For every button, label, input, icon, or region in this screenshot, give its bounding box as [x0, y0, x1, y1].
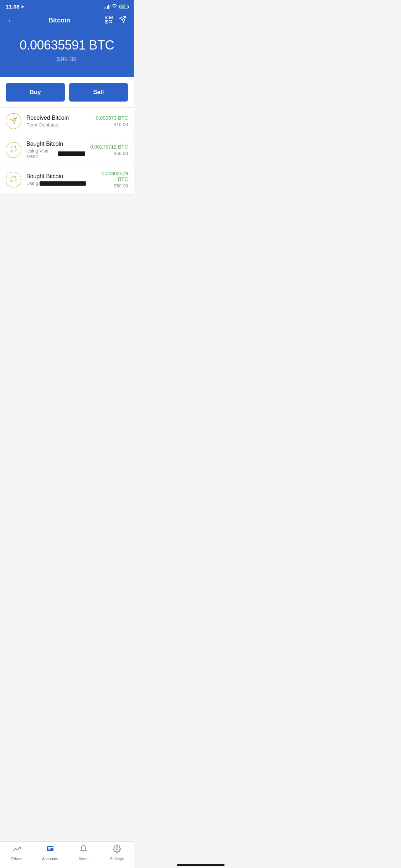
- buy-button[interactable]: Buy: [6, 83, 65, 102]
- table-row[interactable]: Bought Bitcoin Using Visa credit 0.00275…: [0, 135, 134, 165]
- status-bar: 11:08 ➤: [0, 0, 134, 12]
- svg-rect-3: [110, 17, 112, 18]
- battery-icon: [119, 5, 128, 9]
- svg-rect-8: [109, 22, 110, 23]
- svg-rect-7: [111, 20, 112, 21]
- tx-subtitle: From Coinbase: [26, 122, 91, 128]
- header-actions: [104, 15, 127, 26]
- tx-subtitle: Using Visa credit: [26, 148, 85, 159]
- tx-info: Bought Bitcoin Using Visa credit: [26, 141, 85, 159]
- location-icon: ➤: [21, 4, 24, 9]
- table-row[interactable]: Received Bitcoin From Coinbase 0.000573 …: [0, 108, 134, 135]
- send-button[interactable]: [119, 15, 127, 26]
- back-button[interactable]: ←: [7, 16, 14, 25]
- redacted-text: [58, 151, 85, 156]
- receive-icon-wrap: [6, 113, 21, 129]
- redacted-text-2: [40, 181, 86, 186]
- tx-btc-amount: 0.00302579 BTC: [91, 171, 128, 182]
- tx-amount: 0.000573 BTC $10.00: [96, 115, 128, 127]
- transactions-list: Received Bitcoin From Coinbase 0.000573 …: [0, 108, 134, 195]
- action-buttons: Buy Sell: [0, 77, 134, 108]
- wifi-icon: [112, 4, 117, 9]
- balance-section: 0.00635591 BTC $99.39: [0, 31, 134, 77]
- tx-btc-amount: 0.000573 BTC: [96, 115, 128, 121]
- svg-rect-1: [106, 17, 107, 18]
- usd-balance: $99.39: [7, 56, 127, 63]
- svg-rect-6: [109, 20, 110, 21]
- content-spacer: [0, 195, 134, 227]
- buy-icon-wrap: [6, 142, 21, 158]
- buy-icon-wrap-2: [6, 172, 21, 187]
- svg-rect-5: [106, 21, 107, 22]
- table-row[interactable]: Bought Bitcoin Using 0.00302579 BTC $50.…: [0, 165, 134, 195]
- tx-usd-amount: $50.00: [90, 151, 128, 156]
- btc-balance: 0.00635591 BTC: [7, 38, 127, 53]
- tx-title: Bought Bitcoin: [26, 173, 86, 180]
- tx-title: Bought Bitcoin: [26, 141, 85, 147]
- svg-rect-9: [111, 22, 112, 23]
- time-display: 11:08: [6, 4, 19, 10]
- tx-info: Received Bitcoin From Coinbase: [26, 115, 91, 128]
- tx-amount: 0.00275712 BTC $50.00: [90, 144, 128, 156]
- header: ← Bitcoin: [0, 12, 134, 31]
- sell-button[interactable]: Sell: [69, 83, 128, 102]
- exchange-icon-2: [10, 175, 17, 184]
- tx-btc-amount: 0.00275712 BTC: [90, 144, 128, 150]
- tx-title: Received Bitcoin: [26, 115, 91, 121]
- tx-info: Bought Bitcoin Using: [26, 173, 86, 186]
- tx-usd-amount: $10.00: [96, 122, 128, 127]
- exchange-icon: [10, 145, 17, 154]
- tx-subtitle: Using: [26, 181, 86, 186]
- status-right: [104, 4, 128, 9]
- tx-usd-amount: $50.00: [91, 183, 128, 188]
- qr-button[interactable]: [104, 15, 113, 26]
- page-title: Bitcoin: [48, 17, 70, 24]
- receive-icon: [10, 117, 17, 126]
- tx-amount: 0.00302579 BTC $50.00: [91, 171, 128, 188]
- signal-icon: [104, 5, 110, 9]
